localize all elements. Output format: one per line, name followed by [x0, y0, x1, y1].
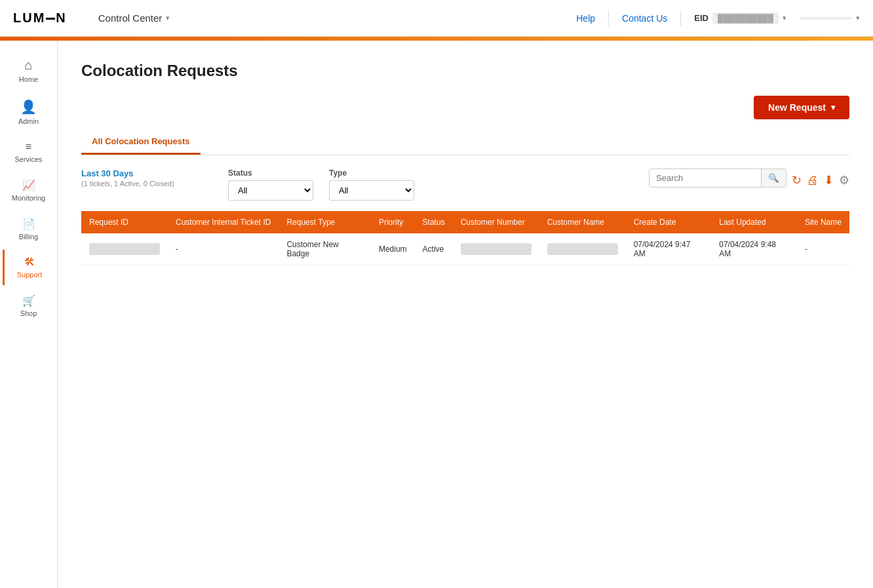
shop-icon: 🛒 [22, 294, 35, 307]
eid-value: ██████████ [712, 12, 779, 24]
sidebar-item-monitoring[interactable]: 📈 Monitoring [3, 172, 55, 208]
col-status: Status [415, 211, 453, 233]
col-site-name: Site Name [797, 211, 849, 233]
search-icon: 🔍 [768, 173, 779, 183]
cell-request-id: ████████ [81, 233, 168, 265]
app-layout: ⌂ Home 👤 Admin ≡ Services 📈 Monitoring 📄… [0, 41, 873, 588]
sidebar: ⌂ Home 👤 Admin ≡ Services 📈 Monitoring 📄… [0, 41, 58, 588]
user-name [800, 17, 852, 20]
user-section: ▾ [800, 14, 860, 22]
filters-row: Last 30 Days (1 tickets, 1 Active, 0 Clo… [81, 168, 849, 201]
sidebar-label-home: Home [19, 75, 38, 83]
monitoring-icon: 📈 [22, 179, 35, 191]
type-filter-group: Type All Customer New Badge Other [329, 168, 414, 201]
logo-text: LUMN [13, 10, 67, 26]
sidebar-item-home[interactable]: ⌂ Home [3, 51, 55, 90]
sidebar-item-support[interactable]: 🛠 Support [3, 250, 55, 285]
toolbar-row: New Request ▾ [81, 96, 849, 119]
cell-request-type: Customer New Badge [279, 233, 371, 265]
search-area: 🔍 ↻ 🖨 ⬇ ⚙ [649, 168, 849, 187]
status-filter-select[interactable]: All Active Closed [228, 180, 313, 201]
cell-last-updated: 07/04/2024 9:48 AM [711, 233, 797, 265]
period-sub: (1 tickets, 1 Active, 0 Closed) [81, 180, 212, 187]
period-label: Last 30 Days [81, 168, 212, 178]
col-request-id: Request ID [81, 211, 168, 233]
print-icon[interactable]: 🖨 [807, 174, 819, 187]
cell-customer-number: ████████ [453, 233, 539, 265]
sidebar-item-shop[interactable]: 🛒 Shop [3, 288, 55, 324]
table-header-row: Request ID Customer Internal Ticket ID R… [81, 211, 849, 233]
col-customer-name: Customer Name [539, 211, 626, 233]
control-center-label: Control Center [98, 12, 163, 24]
type-filter-select[interactable]: All Customer New Badge Other [329, 180, 414, 201]
table-body: ████████ - Customer New Badge Medium Act… [81, 233, 849, 265]
customer-name-blurred: ████████ [547, 243, 618, 255]
eid-section: EID ██████████ ▾ [694, 12, 786, 24]
tab-all-colocation-requests[interactable]: All Colocation Requests [81, 130, 201, 155]
col-priority: Priority [371, 211, 415, 233]
sidebar-label-admin: Admin [18, 117, 39, 125]
col-create-date: Create Date [626, 211, 712, 233]
page-title: Colocation Requests [81, 62, 849, 80]
user-chevron-icon[interactable]: ▾ [856, 14, 860, 22]
new-request-button[interactable]: New Request ▾ [754, 96, 849, 119]
type-filter-label: Type [329, 168, 414, 178]
sidebar-label-shop: Shop [20, 309, 37, 317]
nav-right: Help Contact Us EID ██████████ ▾ ▾ [576, 10, 860, 26]
sidebar-label-support: Support [17, 271, 43, 279]
status-filter-group: Status All Active Closed [228, 168, 313, 201]
cell-priority: Medium [371, 233, 415, 265]
col-customer-internal-ticket-id: Customer Internal Ticket ID [168, 211, 279, 233]
billing-icon: 📄 [22, 218, 35, 230]
cell-site-name: - [797, 233, 849, 265]
table-header: Request ID Customer Internal Ticket ID R… [81, 211, 849, 233]
settings-icon[interactable]: ⚙ [839, 173, 849, 187]
cell-customer-name: ████████ [539, 233, 626, 265]
top-nav: LUMN Control Center ▾ Help Contact Us EI… [0, 0, 873, 37]
download-icon[interactable]: ⬇ [824, 173, 834, 187]
sidebar-label-billing: Billing [19, 233, 38, 241]
sidebar-item-admin[interactable]: 👤 Admin [3, 92, 55, 132]
cell-status: Active [415, 233, 453, 265]
table-row[interactable]: ████████ - Customer New Badge Medium Act… [81, 233, 849, 265]
sidebar-item-billing[interactable]: 📄 Billing [3, 211, 55, 247]
tabs-row: All Colocation Requests [81, 130, 849, 155]
cell-customer-internal-ticket-id: - [168, 233, 279, 265]
help-link[interactable]: Help [576, 13, 595, 24]
tab-label: All Colocation Requests [92, 136, 190, 146]
services-icon: ≡ [26, 141, 31, 153]
eid-chevron-icon[interactable]: ▾ [783, 14, 786, 22]
eid-label: EID [694, 13, 708, 23]
data-table: Request ID Customer Internal Ticket ID R… [81, 211, 849, 265]
status-filter-label: Status [228, 168, 313, 178]
col-customer-number: Customer Number [453, 211, 539, 233]
customer-number-blurred: ████████ [461, 243, 532, 255]
contact-us-link[interactable]: Contact Us [622, 13, 667, 24]
new-request-label: New Request [768, 102, 826, 113]
col-request-type: Request Type [279, 211, 371, 233]
request-id-blurred: ████████ [89, 243, 160, 255]
table-actions: ↻ 🖨 ⬇ ⚙ [792, 173, 849, 187]
logo: LUMN [13, 10, 67, 26]
main-content: Colocation Requests New Request ▾ All Co… [58, 41, 873, 588]
refresh-icon[interactable]: ↻ [792, 173, 802, 187]
sidebar-item-services[interactable]: ≡ Services [3, 134, 55, 170]
nav-divider-1 [608, 10, 609, 26]
sidebar-label-services: Services [14, 155, 42, 163]
cell-create-date: 07/04/2024 9:47 AM [626, 233, 712, 265]
chevron-down-icon: ▾ [166, 14, 170, 22]
search-box: 🔍 [649, 168, 786, 187]
filter-period: Last 30 Days (1 tickets, 1 Active, 0 Clo… [81, 168, 212, 187]
control-center-dropdown[interactable]: Control Center ▾ [98, 12, 170, 24]
nav-divider-2 [680, 10, 681, 26]
home-icon: ⌂ [24, 58, 32, 73]
search-button[interactable]: 🔍 [761, 169, 786, 187]
admin-icon: 👤 [20, 99, 37, 115]
sidebar-label-monitoring: Monitoring [12, 194, 45, 202]
new-request-chevron-icon: ▾ [831, 103, 835, 112]
support-icon: 🛠 [24, 256, 35, 268]
search-input[interactable] [650, 169, 761, 187]
col-last-updated: Last Updated [711, 211, 797, 233]
